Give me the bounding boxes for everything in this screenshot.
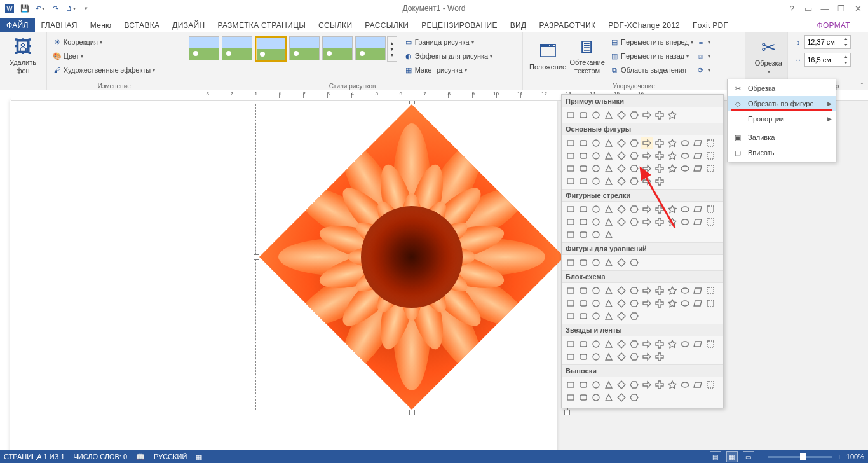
shape-item[interactable] [578,176,589,187]
shape-item[interactable] [578,298,589,309]
shape-item[interactable] [692,338,703,350]
status-page[interactable]: СТРАНИЦА 1 ИЗ 1 [4,453,65,460]
shape-item[interactable] [565,257,576,268]
shape-item[interactable] [590,229,602,240]
shape-item[interactable] [679,204,691,215]
shape-item[interactable] [692,204,703,215]
shape-item[interactable] [590,379,602,390]
shape-item[interactable] [603,229,614,240]
zoom-in-icon[interactable]: + [837,453,841,460]
group-button[interactable]: ⧈▾ [696,49,710,63]
height-input[interactable] [805,38,841,46]
shape-item[interactable] [603,204,614,215]
help-icon[interactable]: ? [784,1,799,15]
shape-item[interactable] [692,137,703,149]
shape-item[interactable] [679,338,691,350]
shape-item[interactable] [654,351,665,363]
shape-item[interactable] [590,257,602,268]
shape-item[interactable] [590,204,602,215]
shape-item[interactable] [679,137,691,149]
shape-item[interactable] [603,285,614,296]
shape-item[interactable] [641,351,653,363]
shape-item[interactable] [603,351,614,363]
shape-item[interactable] [692,298,703,309]
shape-item[interactable] [603,109,614,121]
shape-item[interactable] [667,216,678,228]
shape-item[interactable] [616,298,627,309]
remove-bg-button[interactable]: 🖼 Удалить фон [5,35,41,77]
tab-review[interactable]: РЕЦЕНЗИРОВАНИЕ [415,18,504,32]
close-icon[interactable]: ✕ [850,1,865,15]
shape-item[interactable] [565,310,576,322]
view-print-icon[interactable]: ▦ [726,451,738,462]
save-icon[interactable]: 💾 [18,1,32,15]
handle-bl[interactable] [254,410,259,415]
shape-item[interactable] [628,109,640,121]
shape-item[interactable] [692,163,703,174]
shape-item[interactable] [705,285,716,296]
shape-item[interactable] [628,176,640,187]
shape-item[interactable] [603,338,614,350]
handle-br[interactable] [564,410,570,415]
shape-item[interactable] [641,298,653,309]
shape-item[interactable] [628,298,640,309]
shape-item[interactable] [565,204,576,215]
word-icon[interactable]: W [3,1,17,15]
tab-layout[interactable]: РАЗМЕТКА СТРАНИЦЫ [211,18,312,32]
zoom-out-icon[interactable]: − [759,453,763,460]
shape-item[interactable] [667,150,678,162]
shape-item[interactable] [705,163,716,174]
crop-menu-fill[interactable]: ▣Заливка [728,130,836,145]
artistic-effects-button[interactable]: 🖌Художественные эффекты▾ [52,63,177,77]
shape-item[interactable] [654,150,665,162]
status-macro-icon[interactable]: ▦ [196,453,202,461]
shape-item[interactable] [616,176,627,187]
shape-item[interactable] [628,379,640,390]
tab-file[interactable]: ФАЙЛ [0,18,35,32]
shape-item[interactable] [578,392,589,403]
shape-item[interactable] [705,137,716,149]
shape-item[interactable] [578,216,589,228]
shape-item[interactable] [590,298,602,309]
shape-item[interactable] [705,298,716,309]
shape-item[interactable] [565,379,576,390]
shape-item[interactable] [667,163,678,174]
zoom-slider[interactable] [768,456,832,458]
shape-item[interactable] [603,257,614,268]
shape-item[interactable] [616,257,627,268]
shape-item[interactable] [628,351,640,363]
shape-item[interactable] [654,163,665,174]
shape-item[interactable] [641,204,653,215]
maximize-icon[interactable]: ❐ [834,1,849,15]
align-button[interactable]: ≡▾ [696,35,710,49]
shape-item[interactable] [679,150,691,162]
shape-item[interactable] [679,298,691,309]
shape-item[interactable] [641,150,653,162]
shape-item[interactable] [641,137,653,149]
shape-item[interactable] [628,163,640,174]
shape-item[interactable] [616,109,627,121]
shape-item[interactable] [667,137,678,149]
shape-item[interactable] [565,137,576,149]
tab-menu[interactable]: Меню [84,18,118,32]
selection-pane-button[interactable]: ⧉Область выделения [609,63,693,77]
shape-item[interactable] [616,310,627,322]
shape-item[interactable] [667,379,678,390]
crop-menu-aspect[interactable]: Пропорции▶ [728,111,836,127]
shape-item[interactable] [578,109,589,121]
shape-item[interactable] [628,150,640,162]
shape-item[interactable] [590,216,602,228]
minimize-icon[interactable]: — [817,1,832,15]
status-words[interactable]: ЧИСЛО СЛОВ: 0 [74,453,128,460]
crop-menu-to-shape[interactable]: ◇Обрезать по фигуре▶ [728,96,836,111]
shape-item[interactable] [578,310,589,322]
shape-item[interactable] [578,150,589,162]
shape-item[interactable] [667,204,678,215]
color-button[interactable]: 🎨Цвет▾ [52,49,177,63]
status-language[interactable]: РУССКИЙ [154,453,187,460]
shape-item[interactable] [565,216,576,228]
shape-item[interactable] [641,216,653,228]
shape-item[interactable] [628,338,640,350]
shape-item[interactable] [616,163,627,174]
shape-item[interactable] [641,379,653,390]
